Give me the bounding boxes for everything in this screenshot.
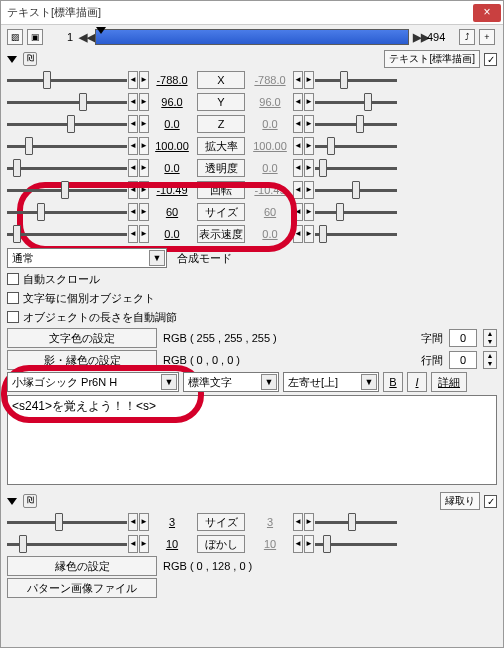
spin-right[interactable]: ►: [139, 159, 149, 177]
font-select[interactable]: 小塚ゴシック Pr6N H▼: [7, 372, 179, 392]
spin-left[interactable]: ◄: [293, 225, 303, 243]
slider[interactable]: [315, 136, 397, 156]
slider[interactable]: [315, 512, 397, 532]
spin-left[interactable]: ◄: [128, 159, 138, 177]
slider[interactable]: [315, 114, 397, 134]
spin-right[interactable]: ►: [139, 71, 149, 89]
param-value-1[interactable]: 0.0: [150, 228, 194, 240]
close-icon[interactable]: ×: [473, 4, 501, 22]
nav-icon-c[interactable]: ⤴: [459, 29, 475, 45]
spin-right[interactable]: ►: [139, 93, 149, 111]
check-auto-scroll[interactable]: [7, 273, 19, 285]
timeline-marker[interactable]: [96, 27, 106, 34]
param-value-2[interactable]: 60: [248, 206, 292, 218]
align-select[interactable]: 左寄せ[上]▼: [283, 372, 379, 392]
spin-right[interactable]: ►: [139, 181, 149, 199]
param-value-1[interactable]: -788.0: [150, 74, 194, 86]
slider[interactable]: [7, 512, 127, 532]
check-auto-length[interactable]: [7, 311, 19, 323]
spin-right[interactable]: ►: [304, 203, 314, 221]
spin-left[interactable]: ◄: [128, 203, 138, 221]
spin-left[interactable]: ◄: [128, 137, 138, 155]
param-name[interactable]: 拡大率: [197, 137, 245, 155]
link-icon[interactable]: ₪: [23, 52, 37, 66]
spin-left[interactable]: ◄: [293, 535, 303, 553]
spin-left[interactable]: ◄: [128, 115, 138, 133]
detail-button[interactable]: 詳細: [431, 372, 467, 392]
param-value-1[interactable]: 96.0: [150, 96, 194, 108]
param-value-2[interactable]: 0.0: [248, 118, 292, 130]
slider[interactable]: [7, 534, 127, 554]
spin-right[interactable]: ►: [304, 115, 314, 133]
param-value-1[interactable]: 60: [150, 206, 194, 218]
spin-left[interactable]: ◄: [128, 225, 138, 243]
param-name[interactable]: 表示速度: [197, 225, 245, 243]
spin-right[interactable]: ►: [304, 181, 314, 199]
param-name[interactable]: サイズ: [197, 203, 245, 221]
spin-right[interactable]: ►: [139, 115, 149, 133]
section-checkbox[interactable]: ✓: [484, 53, 497, 66]
param-name[interactable]: Y: [197, 93, 245, 111]
param-value-1[interactable]: 100.00: [150, 140, 194, 152]
border-checkbox[interactable]: ✓: [484, 495, 497, 508]
param-name[interactable]: 回転: [197, 181, 245, 199]
spin-right[interactable]: ►: [304, 93, 314, 111]
spin-left[interactable]: ◄: [128, 71, 138, 89]
link-icon[interactable]: ₪: [23, 494, 37, 508]
param-value-1[interactable]: 0.0: [150, 118, 194, 130]
next-fast-icon[interactable]: ▶▶: [413, 31, 425, 44]
param-value-1[interactable]: 3: [150, 516, 194, 528]
check-per-char[interactable]: [7, 292, 19, 304]
spin-left[interactable]: ◄: [128, 535, 138, 553]
slider[interactable]: [7, 158, 127, 178]
slider[interactable]: [7, 224, 127, 244]
param-name[interactable]: Z: [197, 115, 245, 133]
param-value-1[interactable]: -10.49: [150, 184, 194, 196]
prev-fast-icon[interactable]: ◀◀: [79, 31, 91, 44]
param-value-2[interactable]: 0.0: [248, 162, 292, 174]
spin-left[interactable]: ◄: [128, 181, 138, 199]
spin-right[interactable]: ►: [139, 225, 149, 243]
spin-right[interactable]: ►: [139, 137, 149, 155]
param-name[interactable]: サイズ: [197, 513, 245, 531]
slider[interactable]: [315, 158, 397, 178]
spin-left[interactable]: ◄: [293, 137, 303, 155]
collapse-icon[interactable]: [7, 498, 17, 505]
param-name[interactable]: 透明度: [197, 159, 245, 177]
nav-icon-a[interactable]: ▨: [7, 29, 23, 45]
spin-right[interactable]: ►: [139, 203, 149, 221]
char-spacing-input[interactable]: 0: [449, 329, 477, 347]
param-value-2[interactable]: 96.0: [248, 96, 292, 108]
slider[interactable]: [315, 70, 397, 90]
param-name[interactable]: ぼかし: [197, 535, 245, 553]
param-value-1[interactable]: 0.0: [150, 162, 194, 174]
spin-right[interactable]: ►: [304, 71, 314, 89]
spin-right[interactable]: ►: [304, 137, 314, 155]
param-name[interactable]: X: [197, 71, 245, 89]
font-style-select[interactable]: 標準文字▼: [183, 372, 279, 392]
slider[interactable]: [7, 202, 127, 222]
nav-icon-b[interactable]: ▣: [27, 29, 43, 45]
collapse-icon[interactable]: [7, 56, 17, 63]
slider[interactable]: [7, 136, 127, 156]
spin-left[interactable]: ◄: [128, 513, 138, 531]
param-value-1[interactable]: 10: [150, 538, 194, 550]
pattern-file-button[interactable]: パターン画像ファイル: [7, 578, 157, 598]
bold-button[interactable]: B: [383, 372, 403, 392]
spin-left[interactable]: ◄: [293, 513, 303, 531]
slider[interactable]: [7, 70, 127, 90]
spin-right[interactable]: ►: [139, 535, 149, 553]
slider[interactable]: [315, 180, 397, 200]
char-spacing-stepper[interactable]: ▲▼: [483, 329, 497, 347]
text-input[interactable]: <s241>を覚えよう！！<s>: [7, 395, 497, 485]
param-value-2[interactable]: 100.00: [248, 140, 292, 152]
spin-right[interactable]: ►: [304, 225, 314, 243]
spin-right[interactable]: ►: [304, 535, 314, 553]
param-value-2[interactable]: -10.49: [248, 184, 292, 196]
spin-left[interactable]: ◄: [128, 93, 138, 111]
spin-left[interactable]: ◄: [293, 159, 303, 177]
nav-icon-d[interactable]: +: [479, 29, 495, 45]
spin-right[interactable]: ►: [304, 513, 314, 531]
line-spacing-stepper[interactable]: ▲▼: [483, 351, 497, 369]
param-value-2[interactable]: 10: [248, 538, 292, 550]
